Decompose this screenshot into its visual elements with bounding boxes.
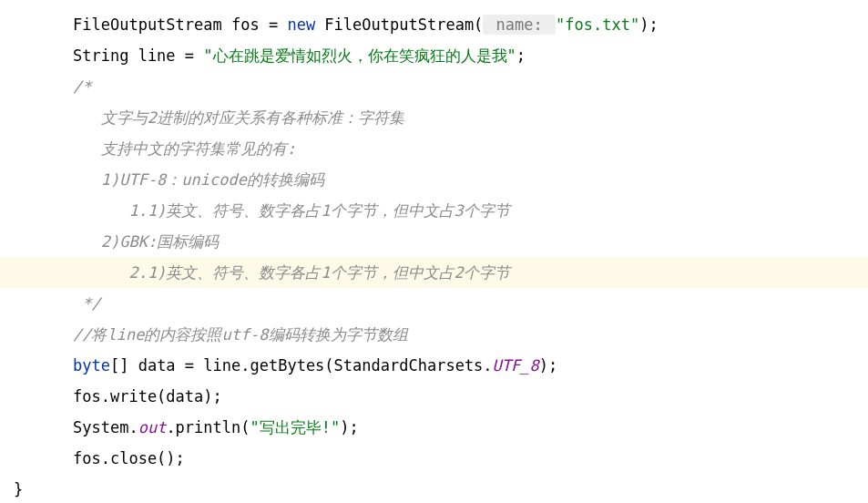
string-literal: "fos.txt" — [556, 15, 639, 34]
comment: */ — [73, 294, 101, 313]
code-line-15: fos.close(); — [0, 443, 868, 474]
comment: 1)UTF-8：unicode的转换编码 — [73, 170, 324, 189]
comment: 2)GBK:国标编码 — [73, 232, 219, 251]
code-line-13: fos.write(data); — [0, 381, 868, 412]
code-line-3: /* — [0, 71, 868, 102]
code-token: ); — [639, 15, 658, 34]
string-literal: "写出完毕!" — [250, 418, 341, 436]
code-line-11: //将line的内容按照utf-8编码转换为字节数组 — [0, 319, 868, 350]
code-editor[interactable]: FileOutputStream fos = new FileOutputStr… — [0, 9, 868, 503]
static-field: out — [138, 418, 167, 436]
code-token: FileOutputStream fos = — [73, 15, 287, 34]
code-token: ; — [516, 46, 526, 65]
code-token: ); — [539, 356, 557, 375]
code-line-12: byte[] data = line.getBytes(StandardChar… — [0, 350, 868, 381]
comment: 2.1)英文、符号、数字各占1个字节，但中文占2个字节 — [73, 263, 510, 282]
code-token: fos.write(data); — [73, 387, 222, 405]
code-line-7: 1.1)英文、符号、数字各占1个字节，但中文占3个字节 — [0, 195, 868, 226]
code-line-9-highlighted: 2.1)英文、符号、数字各占1个字节，但中文占2个字节 — [0, 257, 868, 288]
comment: //将line的内容按照utf-8编码转换为字节数组 — [73, 325, 408, 344]
string-literal: "心在跳是爱情如烈火，你在笑疯狂的人是我" — [203, 46, 516, 65]
code-token: String line = — [73, 46, 203, 65]
code-line-14: System.out.println("写出完毕!"); — [0, 412, 868, 443]
code-token: .println( — [166, 418, 250, 436]
closing-brace: } — [14, 480, 23, 498]
code-token: FileOutputStream( — [315, 15, 483, 34]
code-line-8: 2)GBK:国标编码 — [0, 226, 868, 257]
code-line-2: String line = "心在跳是爱情如烈火，你在笑疯狂的人是我"; — [0, 40, 868, 71]
param-hint: name: — [483, 15, 556, 35]
code-token: fos.close(); — [73, 449, 185, 467]
code-token: System. — [73, 418, 138, 436]
code-line-10: */ — [0, 288, 868, 319]
code-line-5: 支持中文的字符集常见的有: — [0, 133, 868, 164]
comment: /* — [73, 77, 91, 96]
code-line-6: 1)UTF-8：unicode的转换编码 — [0, 164, 868, 195]
code-line-16: } — [0, 474, 868, 503]
code-line-4: 文字与2进制的对应关系有各种标准：字符集 — [0, 102, 868, 133]
keyword-new: new — [287, 15, 315, 34]
code-token: ); — [340, 418, 358, 436]
code-line-1: FileOutputStream fos = new FileOutputStr… — [0, 9, 868, 40]
comment: 支持中文的字符集常见的有: — [73, 139, 296, 158]
keyword-byte: byte — [73, 356, 110, 375]
code-token: [] data = line.getBytes(StandardCharsets… — [110, 356, 493, 375]
comment: 1.1)英文、符号、数字各占1个字节，但中文占3个字节 — [73, 201, 510, 220]
comment: 文字与2进制的对应关系有各种标准：字符集 — [73, 108, 404, 127]
constant: UTF_8 — [493, 356, 539, 375]
